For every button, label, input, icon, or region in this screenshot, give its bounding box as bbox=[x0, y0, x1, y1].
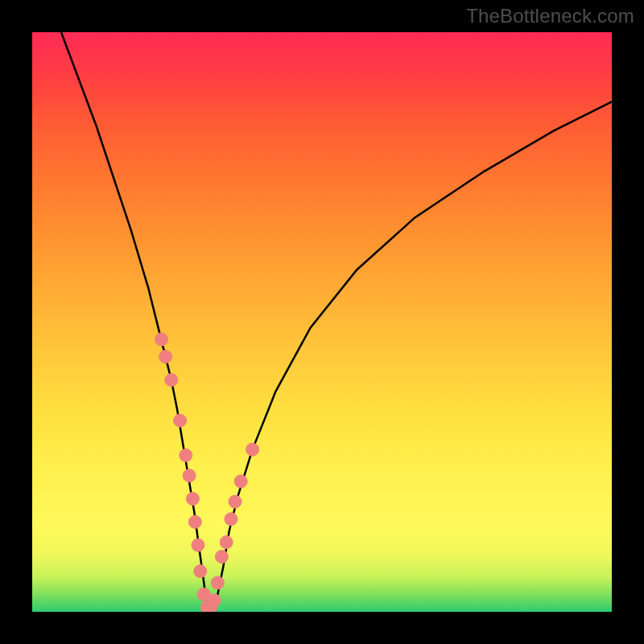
marker-point bbox=[225, 513, 237, 526]
plot-svg bbox=[32, 32, 612, 612]
marker-point bbox=[186, 493, 199, 506]
marker-point bbox=[159, 350, 172, 363]
marker-point bbox=[220, 536, 233, 549]
marker-point bbox=[246, 443, 259, 456]
marker-point bbox=[234, 475, 247, 488]
attribution-label: TheBottleneck.com bbox=[466, 5, 634, 27]
marker-point bbox=[174, 414, 187, 427]
marker-point bbox=[211, 576, 224, 589]
chart-frame: TheBottleneck.com bbox=[0, 0, 644, 644]
marker-point bbox=[229, 495, 242, 508]
plot-area bbox=[32, 32, 612, 612]
marker-point bbox=[192, 539, 204, 551]
marker-point bbox=[194, 565, 207, 578]
bottleneck-curve bbox=[61, 32, 612, 609]
marker-point bbox=[165, 374, 178, 386]
marker-point bbox=[155, 333, 168, 346]
marker-point bbox=[188, 515, 201, 528]
highlighted-points bbox=[155, 333, 259, 612]
marker-point bbox=[215, 551, 228, 564]
marker-point bbox=[183, 469, 196, 482]
marker-point bbox=[180, 449, 192, 462]
marker-point bbox=[208, 594, 221, 607]
